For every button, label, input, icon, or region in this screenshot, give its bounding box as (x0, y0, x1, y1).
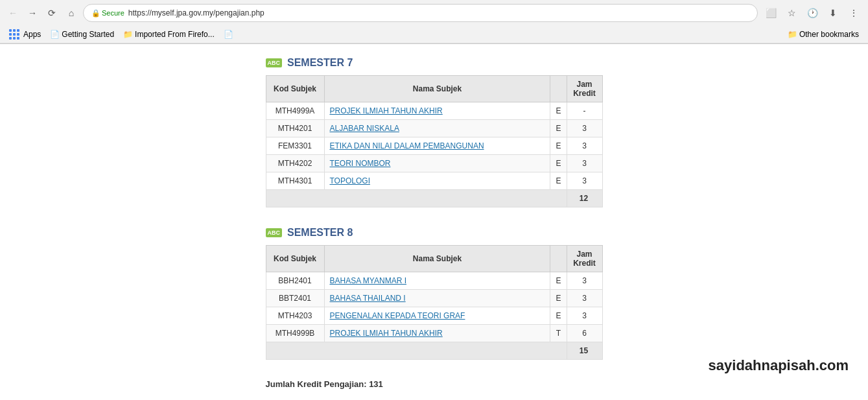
other-folder-icon: 📁 (788, 30, 797, 39)
table-row: MTH4203 PENGENALAN KEPADA TEORI GRAF E 3 (266, 307, 602, 325)
semester8-section: ABC SEMESTER 8 Kod Subjek Nama Subjek Ja… (266, 227, 603, 360)
semester7-th-nama: Nama Subjek (324, 76, 550, 102)
kredit-cell: 3 (567, 137, 602, 155)
semester7-th-type (550, 76, 567, 102)
forward-button[interactable]: → (25, 5, 40, 21)
semester7-th-kod: Kod Subjek (266, 76, 324, 102)
subject-link[interactable]: PROJEK ILMIAH TAHUN AKHIR (330, 106, 443, 115)
semester7-section: ABC SEMESTER 7 Kod Subjek Nama Subjek Ja… (266, 57, 603, 207)
table-row: MTH4201 ALJABAR NISKALA E 3 (266, 120, 602, 137)
kod-cell: MTH4999B (266, 325, 324, 342)
nama-cell: BAHASA MYANMAR I (324, 272, 550, 290)
nama-cell: PROJEK ILMIAH TAHUN AKHIR (324, 102, 550, 120)
semester8-th-kod: Kod Subjek (266, 246, 324, 272)
page-footer: Jumlah Kredit Pengajian: 131 (266, 379, 603, 400)
page-content: ABC SEMESTER 7 Kod Subjek Nama Subjek Ja… (0, 44, 868, 400)
download-icon-button[interactable]: ⬇ (824, 4, 842, 22)
nama-cell: PROJEK ILMIAH TAHUN AKHIR (324, 325, 550, 342)
secure-indicator: 🔒 Secure (91, 9, 124, 18)
apps-grid-icon (9, 29, 19, 40)
semester8-table: Kod Subjek Nama Subjek Jam Kredit BBH240… (266, 245, 603, 360)
imported-label: Imported From Firefo... (135, 30, 215, 39)
subject-link[interactable]: ETIKA DAN NILAI DALAM PEMBANGUNAN (330, 141, 484, 150)
type-cell: E (550, 155, 567, 172)
nama-cell: ETIKA DAN NILAI DALAM PEMBANGUNAN (324, 137, 550, 155)
type-cell: E (550, 272, 567, 290)
total-label-cell (266, 342, 567, 360)
subject-link[interactable]: TEORI NOMBOR (330, 159, 391, 168)
semester8-title: SEMESTER 8 (287, 227, 353, 239)
semester8-header: ABC SEMESTER 8 (266, 227, 603, 239)
table-row: MTH4301 TOPOLOGI E 3 (266, 172, 602, 190)
subject-link[interactable]: ALJABAR NISKALA (330, 124, 399, 133)
bookmark-apps[interactable]: Apps (5, 27, 45, 41)
type-cell: E (550, 307, 567, 325)
type-cell: E (550, 120, 567, 137)
getting-started-label: Getting Started (62, 30, 114, 39)
settings-icon-button[interactable]: ⋮ (845, 4, 863, 22)
nama-cell: TEORI NOMBOR (324, 155, 550, 172)
browser-chrome: ← → ⟳ ⌂ 🔒 Secure https://myself.jpa.gov.… (0, 0, 868, 44)
subject-link[interactable]: PENGENALAN KEPADA TEORI GRAF (330, 311, 465, 320)
nama-cell: BAHASA THAILAND I (324, 290, 550, 307)
kod-cell: MTH4301 (266, 172, 324, 190)
type-cell: E (550, 102, 567, 120)
kredit-cell: 3 (567, 172, 602, 190)
cast-icon-button[interactable]: ⬜ (762, 4, 780, 22)
kod-cell: MTH4999A (266, 102, 324, 120)
kod-cell: BBT2401 (266, 290, 324, 307)
subject-link[interactable]: TOPOLOGI (330, 176, 370, 185)
kredit-cell: 6 (567, 325, 602, 342)
semester7-th-jam: Jam Kredit (567, 76, 602, 102)
kredit-cell: 3 (567, 307, 602, 325)
semester8-badge: ABC (266, 228, 283, 237)
jumlah-kredit-label: Jumlah Kredit Pengajian: 131 (266, 379, 383, 389)
kredit-cell: - (567, 102, 602, 120)
table-row: BBH2401 BAHASA MYANMAR I E 3 (266, 272, 602, 290)
nama-cell: PENGENALAN KEPADA TEORI GRAF (324, 307, 550, 325)
folder-icon: 📁 (123, 30, 133, 39)
table-row: MTH4999A PROJEK ILMIAH TAHUN AKHIR E - (266, 102, 602, 120)
kredit-cell: 3 (567, 272, 602, 290)
semester8-th-nama: Nama Subjek (324, 246, 550, 272)
total-row: 15 (266, 342, 602, 360)
secure-label: Secure (102, 9, 124, 17)
type-cell: E (550, 172, 567, 190)
back-button[interactable]: ← (5, 5, 21, 21)
bookmark-star-button[interactable]: ☆ (782, 4, 801, 22)
type-cell: T (550, 325, 567, 342)
nav-icons: ⬜ ☆ 🕐 ⬇ ⋮ (762, 4, 863, 22)
home-button[interactable]: ⌂ (64, 5, 79, 21)
bookmark-page[interactable]: 📄 (220, 28, 237, 41)
table-row: MTH4999B PROJEK ILMIAH TAHUN AKHIR T 6 (266, 325, 602, 342)
kredit-cell: 3 (567, 120, 602, 137)
reload-button[interactable]: ⟳ (44, 5, 60, 21)
subject-link[interactable]: BAHASA MYANMAR I (330, 276, 406, 285)
address-bar[interactable]: 🔒 Secure https://myself.jpa.gov.my/penga… (83, 4, 758, 22)
bookmark-other[interactable]: 📁 Other bookmarks (784, 28, 863, 41)
total-value-cell: 12 (567, 190, 602, 207)
nav-bar: ← → ⟳ ⌂ 🔒 Secure https://myself.jpa.gov.… (0, 0, 868, 26)
semester7-title: SEMESTER 7 (287, 57, 353, 69)
page2-icon: 📄 (224, 30, 233, 39)
kod-cell: MTH4203 (266, 307, 324, 325)
subject-link[interactable]: PROJEK ILMIAH TAHUN AKHIR (330, 329, 443, 338)
total-label-cell (266, 190, 567, 207)
page-icon: 📄 (50, 30, 60, 39)
table-row: FEM3301 ETIKA DAN NILAI DALAM PEMBANGUNA… (266, 137, 602, 155)
bookmark-getting-started[interactable]: 📄 Getting Started (46, 28, 118, 41)
nama-cell: ALJABAR NISKALA (324, 120, 550, 137)
kredit-cell: 3 (567, 155, 602, 172)
kredit-cell: 3 (567, 290, 602, 307)
semester7-badge: ABC (266, 58, 283, 67)
nama-cell: TOPOLOGI (324, 172, 550, 190)
subject-link[interactable]: BAHASA THAILAND I (330, 294, 406, 303)
bookmark-imported[interactable]: 📁 Imported From Firefo... (119, 28, 218, 41)
kod-cell: MTH4202 (266, 155, 324, 172)
semester7-table: Kod Subjek Nama Subjek Jam Kredit MTH499… (266, 75, 603, 207)
type-cell: E (550, 290, 567, 307)
other-bookmarks-label: Other bookmarks (799, 30, 859, 39)
kod-cell: MTH4201 (266, 120, 324, 137)
semester8-th-jam: Jam Kredit (567, 246, 602, 272)
history-button[interactable]: 🕐 (803, 4, 821, 22)
